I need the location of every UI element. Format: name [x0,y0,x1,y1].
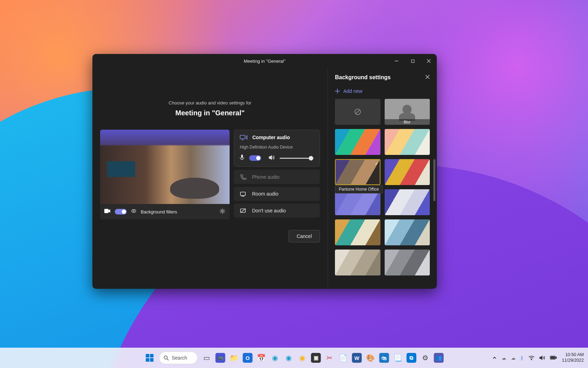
battery-icon[interactable] [550,356,557,360]
background-option-10[interactable] [335,250,380,275]
no-audio-option[interactable]: Don't use audio [234,204,320,218]
outlook-icon[interactable]: O [241,352,254,364]
microphone-icon [240,155,244,162]
meeting-name[interactable]: Meeting in "General" [100,109,320,117]
volume-tray-icon[interactable] [539,355,545,360]
audio-options: Computer audio High Definition Audio Dev… [234,130,320,219]
main-panel: Choose your audio and video settings for… [92,68,328,289]
svg-rect-8 [240,135,245,139]
speaker-icon [269,155,275,161]
titlebar: Meeting in "General" [92,54,437,68]
camera-preview-image [100,130,230,204]
device-settings-button[interactable] [219,208,225,216]
start-button[interactable] [143,351,156,364]
task-view-icon[interactable]: ▭ [201,352,213,364]
background-option-1[interactable]: Blur [385,99,430,125]
taskbar: Search ▭📹📁O📅◉◉◉▣✂📄W🎨🛍📃⧉⚙👥 ☁ ☁ ᛒ 10:50 AM… [0,348,588,368]
wifi-icon[interactable] [528,355,534,360]
svg-rect-10 [241,155,243,158]
svg-line-22 [167,359,169,360]
notepad-icon[interactable]: 📄 [337,352,350,364]
microphone-toggle[interactable] [249,155,261,161]
onedrive-sync-icon[interactable]: ☁ [511,355,516,361]
svg-rect-26 [556,357,556,359]
prompt-text: Choose your audio and video settings for [100,100,320,105]
background-filters-button[interactable]: Background filters [141,209,177,214]
search-icon [164,355,169,361]
background-option-11[interactable] [385,250,430,275]
computer-audio-label: Computer audio [252,135,290,140]
close-button[interactable] [421,54,437,68]
edge-canary-icon[interactable]: ◉ [296,352,309,364]
room-audio-option[interactable]: Room audio [234,187,320,201]
computer-audio-option[interactable]: Computer audio High Definition Audio Dev… [234,130,320,167]
svg-point-7 [222,210,223,212]
svg-point-23 [531,359,532,360]
background-option-4[interactable]: ✓ [335,159,380,185]
phone-audio-label: Phone audio [252,174,280,180]
window-buttons [388,54,437,68]
background-option-0[interactable] [335,99,380,125]
teams-prejoin-window: Meeting in "General" Choose your audio a… [92,54,437,289]
onedrive-icon[interactable]: ☁ [502,355,506,361]
none-icon [354,108,361,115]
cancel-button[interactable]: Cancel [288,230,320,243]
add-new-background-button[interactable]: Add new [328,86,437,99]
taskbar-search-label: Search [172,355,187,361]
background-option-7[interactable] [385,189,430,215]
camera-icon [104,209,111,215]
computer-audio-icon [240,134,247,141]
camera-preview: Background filters [100,130,230,219]
bluetooth-icon[interactable]: ᛒ [520,355,524,361]
store-icon[interactable]: 🛍 [378,352,391,364]
system-tray[interactable]: ☁ ☁ ᛒ 10:50 AM 11/29/2022 [492,352,584,363]
teams-icon[interactable]: 👥 [433,352,445,364]
edge-beta-icon[interactable]: ◉ [282,352,295,364]
taskbar-search[interactable]: Search [159,352,198,364]
background-option-9[interactable] [385,219,430,245]
close-panel-button[interactable] [425,74,430,81]
room-audio-label: Room audio [252,191,279,197]
volume-slider[interactable] [280,158,314,159]
tray-date: 11/29/2022 [562,358,584,363]
svg-rect-25 [551,357,555,359]
clock[interactable]: 10:50 AM 11/29/2022 [562,352,584,363]
filters-icon [131,208,136,215]
window-title: Meeting in "General" [244,59,285,64]
camera-app-icon[interactable]: 📹 [214,352,227,364]
room-icon [239,191,247,197]
file-explorer-icon[interactable]: 📁 [228,352,240,364]
camera-toggle[interactable] [115,209,127,214]
tray-chevron-icon[interactable] [492,356,497,360]
check-icon: ✓ [375,161,378,166]
document-icon[interactable]: 📃 [392,352,404,364]
tray-time: 10:50 AM [562,352,584,358]
background-tooltip: Pantone Home Office [335,185,383,193]
background-option-8[interactable] [335,219,380,245]
background-label: Blur [385,119,430,125]
background-option-2[interactable] [335,129,380,155]
minimize-button[interactable] [388,54,405,68]
avatar-icon [402,105,412,114]
no-audio-label: Don't use audio [252,208,286,213]
snipping-tool-icon[interactable]: ✂ [323,352,336,364]
background-settings-title: Background settings [335,74,391,81]
maximize-button[interactable] [405,54,421,68]
vscode-icon[interactable]: ⧉ [405,352,418,364]
windows-logo-icon [146,354,154,362]
camera-toolbar: Background filters [100,204,230,219]
calendar-icon[interactable]: 📅 [255,352,268,364]
add-new-label: Add new [343,88,362,94]
scrollbar[interactable] [433,159,435,201]
svg-point-21 [164,356,167,359]
phone-audio-option[interactable]: Phone audio [234,170,320,184]
plus-icon [335,89,340,94]
word-icon[interactable]: W [351,352,363,364]
background-option-5[interactable] [385,159,430,185]
edge-icon[interactable]: ◉ [269,352,281,364]
paint-icon[interactable]: 🎨 [364,352,377,364]
svg-rect-1 [411,60,414,62]
background-option-3[interactable] [385,129,430,155]
settings-icon[interactable]: ⚙ [419,352,432,364]
terminal-icon[interactable]: ▣ [310,352,322,364]
